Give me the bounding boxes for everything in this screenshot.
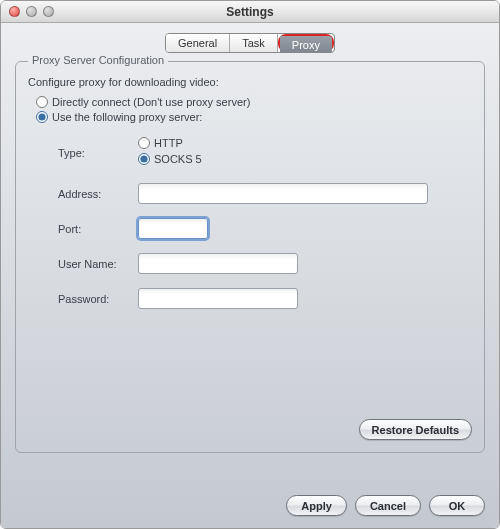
window-title: Settings	[1, 5, 499, 19]
row-username: User Name:	[58, 253, 472, 274]
proxy-details: Type: HTTP SOCKS 5 Address:	[58, 137, 472, 309]
address-input[interactable]	[138, 183, 428, 204]
row-password: Password:	[58, 288, 472, 309]
radio-socks5-label: SOCKS 5	[154, 153, 202, 165]
restore-defaults-button[interactable]: Restore Defaults	[359, 419, 472, 440]
tab-group: General Task Proxy	[165, 33, 335, 53]
row-type: Type: HTTP SOCKS 5	[58, 137, 472, 169]
radio-use-proxy-label: Use the following proxy server:	[52, 111, 202, 123]
radio-use-proxy-input[interactable]	[36, 111, 48, 123]
apply-button[interactable]: Apply	[286, 495, 347, 516]
port-label: Port:	[58, 223, 138, 235]
type-label: Type:	[58, 147, 138, 159]
radio-http[interactable]: HTTP	[138, 137, 202, 149]
tab-bar: General Task Proxy	[15, 33, 485, 53]
radio-http-label: HTTP	[154, 137, 183, 149]
tab-proxy-highlight: Proxy	[278, 34, 334, 52]
username-label: User Name:	[58, 258, 138, 270]
tab-general[interactable]: General	[166, 34, 230, 52]
password-input[interactable]	[138, 288, 298, 309]
restore-row: Restore Defaults	[359, 419, 472, 440]
address-label: Address:	[58, 188, 138, 200]
radio-direct-connect-input[interactable]	[36, 96, 48, 108]
content-area: General Task Proxy Proxy Server Configur…	[1, 23, 499, 528]
ok-button[interactable]: OK	[429, 495, 485, 516]
radio-direct-connect-label: Directly connect (Don't use proxy server…	[52, 96, 250, 108]
password-label: Password:	[58, 293, 138, 305]
row-port: Port:	[58, 218, 472, 239]
tab-task[interactable]: Task	[230, 34, 278, 52]
radio-socks5-input[interactable]	[138, 153, 150, 165]
window-controls	[1, 6, 54, 17]
radio-use-proxy[interactable]: Use the following proxy server:	[36, 111, 472, 123]
row-address: Address:	[58, 183, 472, 204]
username-input[interactable]	[138, 253, 298, 274]
port-input[interactable]	[138, 218, 208, 239]
type-options: HTTP SOCKS 5	[138, 137, 202, 169]
minimize-icon[interactable]	[26, 6, 37, 17]
groupbox-title: Proxy Server Configuration	[28, 54, 168, 66]
cancel-button[interactable]: Cancel	[355, 495, 421, 516]
settings-window: Settings General Task Proxy Proxy Server…	[0, 0, 500, 529]
proxy-groupbox: Proxy Server Configuration Configure pro…	[15, 61, 485, 453]
radio-direct-connect[interactable]: Directly connect (Don't use proxy server…	[36, 96, 472, 108]
tab-proxy[interactable]: Proxy	[280, 36, 332, 53]
radio-socks5[interactable]: SOCKS 5	[138, 153, 202, 165]
zoom-icon[interactable]	[43, 6, 54, 17]
close-icon[interactable]	[9, 6, 20, 17]
titlebar: Settings	[1, 1, 499, 23]
proxy-description: Configure proxy for downloading video:	[28, 76, 472, 88]
radio-http-input[interactable]	[138, 137, 150, 149]
dialog-footer: Apply Cancel OK	[286, 495, 485, 516]
